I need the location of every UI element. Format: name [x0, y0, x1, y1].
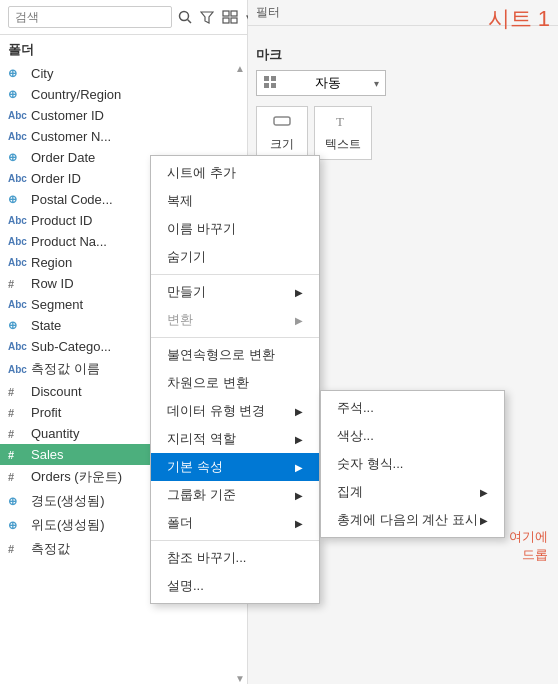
field-country[interactable]: ⊕ Country/Region [0, 84, 247, 105]
menu-item-label: 기본 속성 [167, 458, 223, 476]
svg-line-1 [188, 20, 192, 24]
submenu-arrow-icon: ▶ [295, 518, 303, 529]
submenu-arrow-icon: ▶ [295, 490, 303, 501]
menu-transform[interactable]: 변환 ▶ [151, 306, 319, 334]
field-label: 측정값 [31, 540, 70, 558]
menu-create[interactable]: 만들기 ▶ [151, 278, 319, 306]
svg-rect-5 [223, 18, 229, 23]
field-label: City [31, 66, 53, 81]
field-label: Discount [31, 384, 82, 399]
field-customer-id[interactable]: Abc Customer ID [0, 105, 247, 126]
menu-default-props[interactable]: 기본 속성 ▶ [151, 453, 319, 481]
svg-rect-9 [264, 83, 269, 88]
field-label: State [31, 318, 61, 333]
svg-rect-10 [271, 83, 276, 88]
context-menu: 시트에 추가 복제 이름 바꾸기 숨기기 만들기 ▶ 변환 ▶ 불연속형으로 변… [150, 155, 320, 604]
hash-icon: # [8, 386, 28, 398]
geo-icon: ⊕ [8, 67, 28, 80]
abc-icon: Abc [8, 110, 28, 121]
submenu-number-format[interactable]: 숫자 형식... [321, 450, 504, 478]
submenu-comment[interactable]: 주석... [321, 394, 504, 422]
field-label: Segment [31, 297, 83, 312]
svg-rect-11 [274, 117, 290, 125]
menu-item-label: 설명... [167, 577, 204, 595]
menu-item-label: 이름 바꾸기 [167, 220, 236, 238]
field-label: Profit [31, 405, 61, 420]
marks-label: 마크 [256, 46, 550, 64]
marks-dropdown[interactable]: 자동 ▾ [256, 70, 386, 96]
text-mark-button[interactable]: T 텍스트 [314, 106, 372, 160]
dropdown-chevron-icon: ▾ [374, 78, 379, 89]
submenu-arrow-icon: ▶ [480, 515, 488, 526]
submenu-item-label: 총계에 다음의 계산 표시 [337, 511, 478, 529]
viz-hint-line1: 여기에 [509, 528, 548, 546]
svg-marker-2 [201, 12, 213, 23]
text-label: 텍스트 [325, 136, 361, 153]
size-mark-button[interactable]: 크기 [256, 106, 308, 160]
submenu-arrow-icon: ▶ [295, 406, 303, 417]
field-label: Row ID [31, 276, 74, 291]
menu-replace-ref[interactable]: 참조 바꾸기... [151, 544, 319, 572]
submenu-arrow-icon: ▶ [480, 487, 488, 498]
field-label: Postal Code... [31, 192, 113, 207]
abc-icon: Abc [8, 299, 28, 310]
geo-icon: ⊕ [8, 88, 28, 101]
menu-to-discrete[interactable]: 불연속형으로 변환 [151, 341, 319, 369]
submenu-item-label: 숫자 형식... [337, 455, 403, 473]
geo-icon: ⊕ [8, 319, 28, 332]
field-label: Quantity [31, 426, 79, 441]
svg-rect-8 [271, 76, 276, 81]
menu-change-type[interactable]: 데이터 유형 변경 ▶ [151, 397, 319, 425]
menu-group-by[interactable]: 그룹화 기준 ▶ [151, 481, 319, 509]
view-toggle-icon[interactable] [220, 8, 240, 26]
svg-rect-3 [223, 11, 229, 16]
abc-icon: Abc [8, 364, 28, 375]
abc-icon: Abc [8, 173, 28, 184]
field-label: Product Na... [31, 234, 107, 249]
geo-icon: ⊕ [8, 495, 28, 508]
submenu-arrow-icon: ▶ [295, 315, 303, 326]
menu-item-label: 데이터 유형 변경 [167, 402, 265, 420]
menu-folder[interactable]: 폴더 ▶ [151, 509, 319, 537]
viz-hint: 여기에 드롭 [509, 528, 548, 564]
field-label: Order ID [31, 171, 81, 186]
marks-dropdown-icon [263, 75, 277, 92]
abc-icon: Abc [8, 341, 28, 352]
filter-icon[interactable] [198, 8, 216, 26]
svg-rect-6 [231, 18, 237, 23]
calendar-icon: ⊕ [8, 151, 28, 164]
menu-item-label: 참조 바꾸기... [167, 549, 246, 567]
text-icon: T [333, 113, 353, 133]
menu-item-label: 변환 [167, 311, 193, 329]
menu-hide[interactable]: 숨기기 [151, 243, 319, 271]
abc-icon: Abc [8, 236, 28, 247]
search-icons: ▾ [176, 8, 255, 27]
search-input[interactable] [8, 6, 172, 28]
menu-add-to-sheet[interactable]: 시트에 추가 [151, 159, 319, 187]
field-label: Sales [31, 447, 64, 462]
field-customer-name[interactable]: Abc Customer N... [0, 126, 247, 147]
menu-duplicate[interactable]: 복제 [151, 187, 319, 215]
menu-item-label: 폴더 [167, 514, 193, 532]
field-label: 측정값 이름 [31, 360, 100, 378]
menu-to-dimension[interactable]: 차원으로 변환 [151, 369, 319, 397]
submenu-color[interactable]: 색상... [321, 422, 504, 450]
submenu-aggregation[interactable]: 집계 ▶ [321, 478, 504, 506]
field-label: Country/Region [31, 87, 121, 102]
submenu-show-next-calc[interactable]: 총계에 다음의 계산 표시 ▶ [321, 506, 504, 534]
menu-description[interactable]: 설명... [151, 572, 319, 600]
field-label: 위도(생성됨) [31, 516, 105, 534]
field-label: Orders (카운트) [31, 468, 122, 486]
geo-icon: ⊕ [8, 519, 28, 532]
geo-icon: ⊕ [8, 193, 28, 206]
menu-geographic[interactable]: 지리적 역할 ▶ [151, 425, 319, 453]
menu-rename[interactable]: 이름 바꾸기 [151, 215, 319, 243]
abc-icon: Abc [8, 131, 28, 142]
field-label: Product ID [31, 213, 92, 228]
search-button[interactable] [176, 8, 194, 26]
hash-icon: # [8, 407, 28, 419]
hash-icon: # [8, 449, 28, 461]
field-city[interactable]: ⊕ City [0, 63, 247, 84]
submenu-item-label: 주석... [337, 399, 374, 417]
svg-point-0 [180, 12, 189, 21]
